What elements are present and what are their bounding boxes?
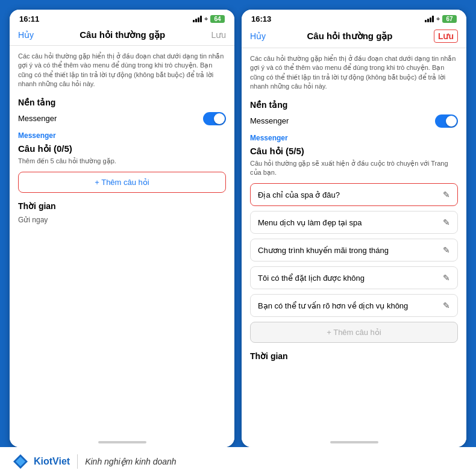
home-bar-1 — [98, 441, 146, 443]
signal-icon-1 — [193, 16, 202, 22]
messenger-toggle-label-1: Messenger — [18, 114, 57, 123]
status-icons-1: ⌖ 64 — [193, 15, 225, 23]
cancel-button-2[interactable]: Hủy — [250, 31, 266, 41]
time-section-1: Thời gian Gửi ngay — [18, 201, 226, 224]
toggle-row-2: Messenger — [250, 114, 458, 128]
branding-divider — [77, 454, 78, 469]
status-time-1: 16:11 — [19, 14, 39, 23]
question-text-2: Menu dịch vụ làm đẹp tại spa — [258, 218, 443, 227]
question-item-3[interactable]: Chương trình khuyến mãi trong tháng ✎ — [250, 239, 458, 261]
screen-content-1: Các câu hỏi thường gặp hiển thị ở đầu đo… — [10, 46, 234, 436]
questions-sub-2: Câu hỏi thường gặp sẽ xuất hiện ở đầu cu… — [250, 159, 458, 178]
description-2: Các câu hỏi thường gặp hiển thị ở đầu đo… — [250, 54, 458, 92]
signal-icon-2 — [425, 16, 434, 22]
add-question-button-1[interactable]: + Thêm câu hỏi — [18, 172, 226, 193]
edit-icon-1[interactable]: ✎ — [443, 190, 450, 199]
time-section-2: Thời gian — [250, 351, 458, 361]
question-item-4[interactable]: Tôi có thể đặt lịch được không ✎ — [250, 266, 458, 289]
add-question-label-1: + Thêm câu hỏi — [95, 178, 149, 187]
toggle-row-1: Messenger — [18, 112, 226, 125]
platform-label-2: Nền tảng — [250, 100, 458, 110]
questions-sub-1: Thêm đến 5 câu hỏi thường gặp. — [18, 157, 226, 166]
messenger-section-1: Messenger — [18, 131, 226, 140]
bottom-bar: KiotViet Kinh nghiệm kinh doanh — [0, 447, 476, 476]
platform-label-1: Nền tảng — [18, 98, 226, 107]
question-text-3: Chương trình khuyến mãi trong tháng — [258, 246, 443, 255]
nav-title-2: Câu hỏi thường gặp — [307, 31, 393, 42]
edit-icon-2[interactable]: ✎ — [443, 218, 450, 227]
status-time-2: 16:13 — [251, 14, 271, 23]
questions-title-2: Câu hỏi (5/5) — [250, 146, 458, 157]
add-question-button-2: + Thêm câu hỏi — [250, 322, 458, 343]
screen-2: 16:13 ⌖ 67 Hủy Câu hỏi thường gặp Lưu Cá… — [242, 10, 466, 447]
status-icons-2: ⌖ 67 — [425, 15, 457, 23]
description-1: Các câu hỏi thường gặp hiển thị ở đầu đo… — [18, 52, 226, 89]
edit-icon-5[interactable]: ✎ — [443, 301, 450, 310]
kiotviet-name: KiotViet — [34, 456, 70, 467]
questions-title-1: Câu hỏi (0/5) — [18, 143, 226, 154]
kiotviet-tagline: Kinh nghiệm kinh doanh — [85, 457, 176, 466]
home-indicator-1 — [10, 436, 234, 447]
save-button-1[interactable]: Lưu — [211, 30, 226, 40]
add-question-label-2: + Thêm câu hỏi — [327, 328, 381, 337]
messenger-toggle-label-2: Messenger — [250, 116, 289, 125]
time-label-2: Thời gian — [250, 351, 458, 361]
home-indicator-2 — [242, 436, 466, 447]
question-text-1: Địa chỉ của spa ở đâu? — [258, 190, 443, 199]
wifi-icon-1: ⌖ — [204, 15, 208, 23]
save-button-2[interactable]: Lưu — [434, 30, 458, 43]
status-bar-2: 16:13 ⌖ 67 — [242, 10, 466, 26]
battery-1: 64 — [210, 15, 225, 23]
wifi-icon-2: ⌖ — [436, 15, 440, 23]
question-item-5[interactable]: Bạn có thể tư vấn rõ hơn về dịch vụ khôn… — [250, 294, 458, 317]
messenger-toggle-2[interactable] — [435, 114, 458, 128]
kiotviet-logo: KiotViet — [12, 453, 70, 470]
kiotviet-diamond-icon — [12, 453, 29, 470]
home-bar-2 — [330, 441, 378, 443]
time-label-1: Thời gian — [18, 201, 226, 211]
nav-bar-1: Hủy Câu hỏi thường gặp Lưu — [10, 26, 234, 46]
cancel-button-1[interactable]: Hủy — [18, 30, 34, 40]
question-item-1[interactable]: Địa chỉ của spa ở đâu? ✎ — [250, 183, 458, 206]
edit-icon-3[interactable]: ✎ — [443, 245, 450, 255]
edit-icon-4[interactable]: ✎ — [443, 273, 450, 283]
nav-bar-2: Hủy Câu hỏi thường gặp Lưu — [242, 26, 466, 48]
nav-title-1: Câu hỏi thường gặp — [80, 30, 165, 40]
messenger-toggle-1[interactable] — [203, 112, 226, 125]
messenger-section-2: Messenger — [250, 134, 458, 142]
question-item-2[interactable]: Menu dịch vụ làm đẹp tại spa ✎ — [250, 211, 458, 234]
status-bar-1: 16:11 ⌖ 64 — [10, 10, 234, 26]
question-text-5: Bạn có thể tư vấn rõ hơn về dịch vụ khôn… — [258, 301, 443, 310]
screen-1: 16:11 ⌖ 64 Hủy Câu hỏi thường gặp Lưu Cá… — [10, 10, 234, 447]
time-value-1: Gửi ngay — [18, 216, 226, 224]
battery-2: 67 — [442, 15, 457, 23]
screen-content-2: Các câu hỏi thường gặp hiển thị ở đầu đo… — [242, 48, 466, 436]
question-text-4: Tôi có thể đặt lịch được không — [258, 274, 443, 283]
